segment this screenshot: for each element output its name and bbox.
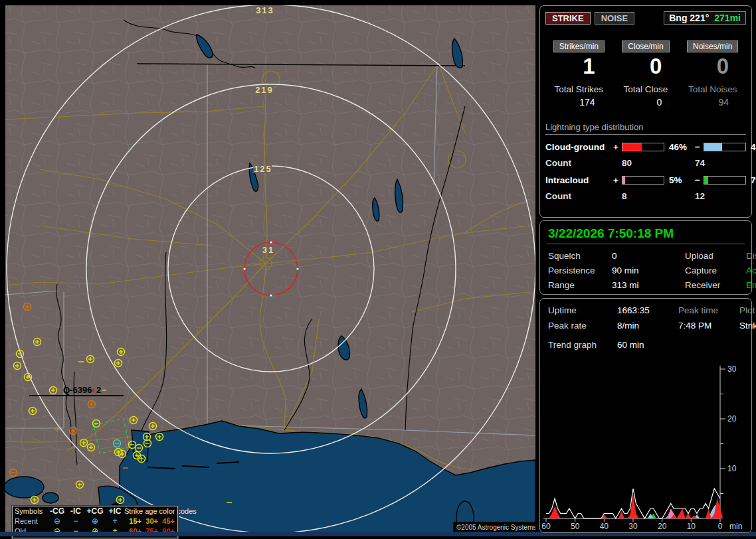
squelch-label: Squelch [548, 251, 612, 261]
cg-neg-pct: 43% [747, 142, 756, 152]
strike-stats-box: STRIKE NOISE Bng 221°271mi Strikes/min C… [539, 5, 752, 218]
svg-text:min: min [729, 522, 742, 530]
plot-header: Plot [739, 305, 756, 315]
svg-text:20: 20 [658, 522, 667, 530]
total-close-value: 0 [613, 97, 680, 108]
svg-text:0: 0 [718, 522, 723, 530]
total-noises-value: 94 [679, 97, 746, 108]
map[interactable]: 31321912531 Q-6396+2− ©2005 Astrogenic S… [5, 5, 535, 532]
datetime-display: 3/22/2026 7:50:18 PM [547, 225, 745, 244]
trend-graph: 1020306050403020100min [542, 354, 749, 530]
total-noises-label: Total Noises [679, 84, 746, 94]
legend-cg-pos-hdr: +CG [84, 506, 106, 516]
cg-count-label: Count [545, 158, 613, 168]
upload-status: Disabled [746, 251, 756, 261]
trend-graph-label: Trend graph [548, 340, 617, 350]
cloud-ground-label: Cloud-ground [545, 142, 613, 152]
svg-text:Q-6396: Q-6396 [63, 385, 92, 395]
bearing-value: Bng 221° [669, 13, 709, 23]
persistence-label: Persistence [548, 266, 612, 275]
svg-text:2: 2 [96, 385, 101, 395]
range-value: 313 mi [612, 280, 685, 290]
cg-neg-recent-icon: ⊖ [47, 516, 67, 526]
noises-per-min-value: 0 [679, 54, 746, 79]
svg-text:313: 313 [256, 5, 274, 15]
noises-per-min-header[interactable]: Noises/min [687, 40, 738, 52]
map-panel[interactable]: 31321912531 Q-6396+2− ©2005 Astrogenic S… [5, 5, 535, 532]
ic-pos-pct: 5% [666, 175, 695, 185]
ic-neg-recent-icon: − [67, 516, 84, 526]
svg-text:125: 125 [254, 164, 272, 174]
bearing-distance: 271mi [714, 13, 741, 23]
capture-status: Active [746, 266, 756, 275]
close-per-min-value: 0 [613, 54, 680, 79]
bearing-readout: Bng 221°271mi [664, 11, 746, 25]
svg-text:10: 10 [727, 464, 737, 473]
plus-sign: + [613, 142, 622, 152]
legend-recent-label: Recent [13, 516, 47, 526]
legend-age-title: Strike age color codes [124, 506, 175, 516]
svg-text:30: 30 [628, 522, 638, 530]
legend-cg-neg-hdr: -CG [47, 506, 67, 516]
legend-ic-neg-hdr: -IC [67, 506, 84, 516]
strikes-per-min-header[interactable]: Strikes/min [553, 40, 605, 52]
capture-label: Capture [685, 266, 746, 275]
cg-pos-pct: 46% [666, 142, 695, 152]
svg-text:60: 60 [542, 522, 551, 530]
uptime-label: Uptime [548, 305, 617, 315]
legend-ic-pos-hdr: +IC [106, 506, 124, 516]
minus-sign: − [695, 142, 704, 152]
strike-toggle-button[interactable]: STRIKE [545, 12, 591, 25]
peak-time-header: Peak time [678, 305, 739, 315]
squelch-value: 0 [612, 251, 685, 261]
ic-pos-recent-icon: + [106, 516, 124, 526]
cg-neg-count: 74 [695, 158, 746, 168]
svg-text:50: 50 [571, 522, 580, 530]
app-window: 31321912531 Q-6396+2− ©2005 Astrogenic S… [0, 0, 756, 539]
total-strikes-label: Total Strikes [545, 84, 613, 94]
cg-pos-count: 80 [622, 158, 695, 168]
cg-pos-bar [622, 143, 664, 151]
receiver-status: Enabled [746, 280, 756, 290]
peak-rate-value: 8/min [617, 321, 678, 331]
svg-text:−: − [102, 385, 107, 395]
status-box: 3/22/2026 7:50:18 PM Squelch 0 Upload Di… [539, 220, 752, 295]
distribution-title: Lightning type distribution [545, 122, 746, 135]
plus-sign: + [613, 175, 622, 185]
copyright-text: ©2005 Astrogenic Systems [456, 524, 535, 531]
ic-neg-pct: 7% [747, 175, 756, 185]
age-45: 45+ [158, 516, 175, 526]
upload-label: Upload [685, 251, 746, 261]
receiver-label: Receiver [685, 280, 746, 290]
ic-pos-count: 8 [622, 191, 695, 201]
svg-text:31: 31 [262, 245, 274, 255]
legend-symbols-hdr: Symbols [13, 506, 47, 516]
svg-text:40: 40 [600, 522, 609, 530]
age-15: 15+ [124, 516, 142, 526]
intracloud-label: Intracloud [545, 175, 613, 185]
peak-rate-label: Peak rate [548, 321, 617, 331]
plot-value: Strike [739, 321, 756, 331]
age-30: 30+ [142, 516, 158, 526]
range-label: Range [548, 280, 612, 290]
svg-text:20: 20 [727, 414, 737, 424]
svg-text:219: 219 [255, 85, 274, 95]
peak-time-value: 7:48 PM [678, 321, 739, 331]
ic-neg-count: 12 [695, 191, 746, 201]
persistence-value: 90 min [612, 266, 685, 275]
total-strikes-value: 174 [545, 97, 613, 108]
svg-text:30: 30 [727, 364, 737, 374]
cg-pos-recent-icon: ⊕ [84, 516, 106, 526]
strikes-per-min-value: 1 [545, 54, 613, 79]
noise-toggle-button[interactable]: NOISE [595, 12, 634, 25]
ic-count-label: Count [545, 191, 613, 201]
trend-box: Uptime 1663:35 Peak time Plot Peak rate … [539, 298, 752, 533]
uptime-value: 1663:35 [617, 305, 678, 315]
trend-graph-value: 60 min [617, 340, 745, 350]
total-close-label: Total Close [613, 84, 680, 94]
svg-text:10: 10 [687, 522, 696, 530]
minus-sign: − [695, 175, 704, 185]
svg-text:+: + [91, 385, 96, 395]
ic-pos-bar [622, 176, 664, 185]
close-per-min-header[interactable]: Close/min [622, 40, 669, 52]
